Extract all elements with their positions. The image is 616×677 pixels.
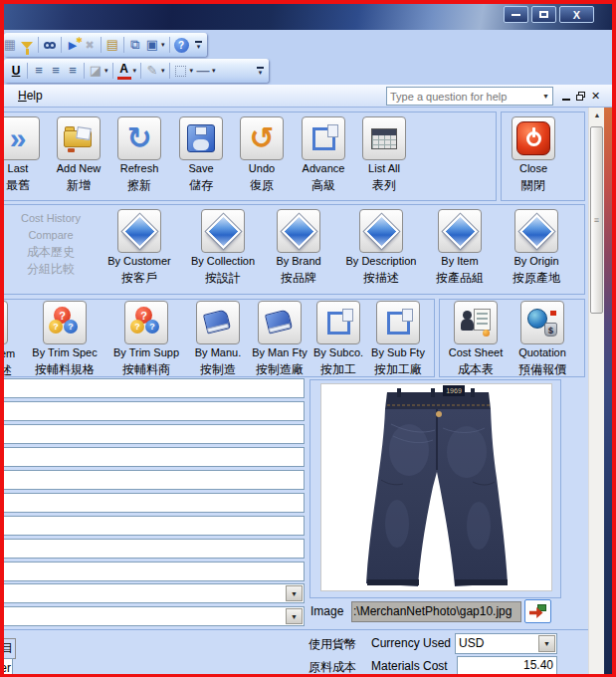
image-browse-button[interactable] [524,599,551,623]
window-close-button[interactable]: X [559,6,594,23]
form-field[interactable] [0,539,305,559]
compare-by-origin-button[interactable]: By Origin 按原產地 [497,209,576,287]
compare-by-customer-button[interactable]: By Customer 按客戶 [100,209,179,287]
window-minimize-button[interactable] [504,6,528,23]
form-field[interactable] [0,562,305,581]
quotation-globe-icon: $ [527,309,557,337]
currency-select[interactable]: USD ▼ [455,633,557,654]
fill-color-dropdown-icon: ▾ [104,67,108,75]
form-field[interactable] [0,470,305,490]
compare-by-brand-button[interactable]: By Brand 按品牌 [259,209,338,287]
line-color-dropdown-icon: ▾ [161,67,165,75]
form-field[interactable] [0,401,305,421]
vertical-scrollbar[interactable]: ▲ ≡ [588,108,604,674]
line-style-icon[interactable]: — [196,62,210,80]
button-label: By Customer [100,253,179,270]
align-center-icon[interactable]: ≡ [49,62,63,80]
run-new-icon[interactable]: ▶✱ [66,36,80,54]
divider [4,629,604,630]
form-field[interactable] [0,493,305,513]
nav-button-list-all[interactable]: List All 表列 [344,116,424,194]
product-image-frame: 1969 [320,383,552,591]
nav-button-close[interactable]: Close 關閉 [494,116,573,194]
help-search-dropdown-icon[interactable]: ▼ [539,88,552,105]
capture-border [0,0,616,4]
align-left-icon[interactable]: ≡ [32,62,46,80]
font-color-dropdown-icon[interactable]: ▾ [133,67,137,75]
image-label: Image [310,604,343,618]
compare-by-trim-spec-button[interactable]: ??? By Trim Spec 按輔料規格 [25,301,104,378]
line-color-icon: ✎ [145,62,159,80]
compare-by-item-button[interactable]: By Item 按產品組 [420,209,500,287]
compare-by-sub-fty-button[interactable]: By Sub Fty 按加工廠 [358,301,438,378]
compare-by-collection-button[interactable]: By Collection 按設計 [183,209,263,287]
align-right-icon[interactable]: ≡ [66,62,80,80]
filter-icon[interactable] [20,36,34,54]
new-object-icon[interactable]: ▣ [145,36,159,54]
scrollbar-thumb[interactable]: ≡ [590,126,603,314]
button-label: List All [344,160,424,177]
button-label: By Collection [183,253,263,270]
form-view-icon[interactable]: ▦ [3,36,17,54]
book-icon [203,310,233,336]
button-label-zh: 按產品組 [420,270,500,287]
menu-bar: Help ▼ ✕ [4,85,612,108]
form-combo-field[interactable]: ▼ [0,583,305,603]
mdi-minimize-button[interactable] [559,89,572,103]
help-search-input[interactable] [387,91,539,103]
cost-history-group-label: Cost History Compare 成本歷史 分組比較 [6,210,96,278]
border-style-icon[interactable] [174,62,188,80]
close-power-icon [516,121,550,155]
materials-cost-field[interactable]: 15.40 [457,656,557,676]
new-object-dropdown-icon[interactable]: ▾ [161,41,165,49]
desktop-background-strip [604,108,612,674]
standard-toolbar: ▦ ▶✱ ✖ ▤ ⧉ ▣ ▾ ? ▾ [4,33,207,57]
currency-label-en: Currency Used [371,636,451,650]
button-label-zh: 表列 [344,177,424,194]
button-label: By Description [341,253,421,270]
product-image-panel: 1969 [309,379,561,598]
group-label-line: Compare [6,227,96,244]
button-label-zh: 按輔料商 [106,361,186,378]
form-field[interactable] [0,447,305,467]
combo-dropdown-icon[interactable]: ▼ [286,608,303,624]
save-floppy-icon [187,124,215,152]
button-label-zh: 按加工廠 [358,361,438,378]
maximize-icon [539,11,548,18]
font-color-icon[interactable]: A [117,62,131,80]
copy-icon[interactable]: ⧉ [128,36,142,54]
capture-border [0,0,4,677]
mdi-restore-button[interactable] [574,89,587,103]
combo-dropdown-icon[interactable]: ▼ [538,635,555,652]
compare-by-trim-supp-button[interactable]: ??? By Trim Supp 按輔料商 [106,301,186,378]
button-label: By Item [420,253,500,270]
quotation-button[interactable]: $ Quotation 預備報價 [503,301,582,378]
button-label-zh: 按輔料規格 [25,361,104,378]
form-combo-field[interactable]: ▼ [0,606,305,626]
help-search-combo[interactable]: ▼ [386,87,553,106]
properties-icon[interactable]: ▤ [105,36,119,54]
compare-by-description-button[interactable]: By Description 按描述 [341,209,421,287]
scroll-up-icon[interactable]: ▲ [589,112,605,123]
find-icon[interactable] [43,36,57,54]
line-style-dropdown-icon[interactable]: ▾ [212,67,216,75]
window-maximize-button[interactable] [531,6,556,23]
mdi-close-button[interactable]: ✕ [589,89,602,103]
form-field[interactable] [0,424,305,444]
border-style-dropdown-icon[interactable]: ▾ [190,67,194,75]
group-label-line: Cost History [6,210,96,227]
image-path-field[interactable]: :\MerchanNetPhoto\gap10.jpg [351,601,521,622]
add-new-folder-icon [64,126,94,150]
diamond-icon [121,213,156,248]
button-label-zh: 按品牌 [259,270,338,287]
help-icon[interactable]: ? [174,38,189,53]
underline-icon[interactable]: U [9,62,23,80]
form-field[interactable] [0,378,305,398]
form-field[interactable] [0,516,305,536]
toolbar-options-icon[interactable]: ▾ [195,41,202,50]
question-marks-icon: ??? [129,307,163,338]
combo-dropdown-icon[interactable]: ▼ [286,585,303,601]
restore-icon [576,92,586,101]
toolbar-options-icon[interactable]: ▾ [257,67,264,76]
menu-help[interactable]: Help [18,89,43,103]
